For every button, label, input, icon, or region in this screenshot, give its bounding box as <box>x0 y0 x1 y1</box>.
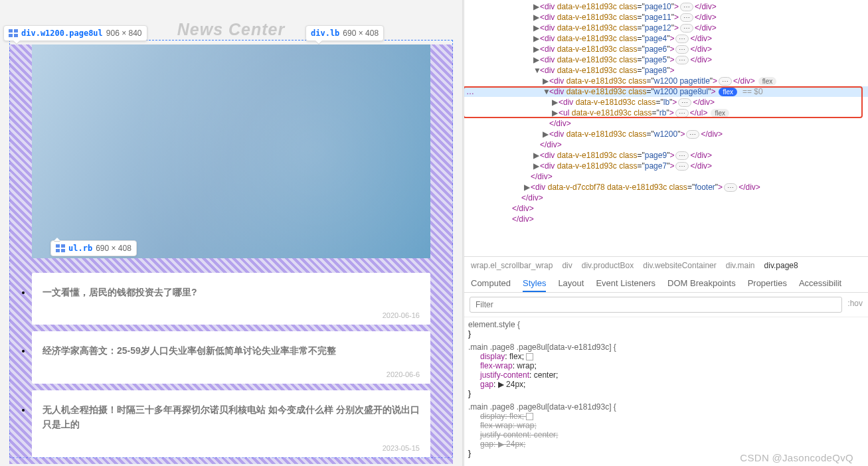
tab-dom-breakpoints[interactable]: DOM Breakpoints <box>667 278 736 288</box>
svg-rect-6 <box>56 249 60 252</box>
svg-rect-4 <box>56 244 60 248</box>
svg-rect-7 <box>61 249 65 252</box>
flex-icon <box>56 244 65 252</box>
svg-rect-1 <box>14 29 18 33</box>
tab-accessibility[interactable]: Accessibilit <box>799 278 841 288</box>
dom-row[interactable]: ▶<div data-v-e181d93c class="page6">⋯</d… <box>464 44 868 54</box>
devtools: ▶<div data-v-e181d93c class="page10">⋯</… <box>464 0 868 466</box>
rb-list: 一文看懂，居民的钱都投资去了哪里? 2020-06-16 经济学家高善文：25-… <box>32 272 430 464</box>
dom-row[interactable]: ▶<div data-v-e181d93c class="page5">⋯</d… <box>464 54 868 65</box>
tab-computed[interactable]: Computed <box>471 278 511 288</box>
elements-tree[interactable]: ▶<div data-v-e181d93c class="page10">⋯</… <box>464 0 868 256</box>
dom-row-selected[interactable]: …▼<div data-v-e181d93c class="w1200 page… <box>464 86 868 97</box>
dom-row[interactable]: </div> <box>464 171 868 182</box>
filter-input[interactable] <box>470 297 842 313</box>
styles-pane[interactable]: element.style {}.main .page8 .page8ul[da… <box>464 317 868 466</box>
flex-icon <box>9 29 18 37</box>
dom-row[interactable]: ▶<div data-v-e181d93c class="page10">⋯</… <box>464 1 868 12</box>
dom-row[interactable]: ▶<div data-v-d7ccbf78 data-v-e181d93c cl… <box>464 182 868 193</box>
dom-row[interactable]: ▶<div data-v-e181d93c class="w1200 paget… <box>464 76 868 86</box>
dom-row[interactable]: ▶<div data-v-e181d93c class="page7">⋯</d… <box>464 161 868 171</box>
list-item[interactable]: 一文看懂，居民的钱都投资去了哪里? 2020-06-16 <box>32 273 430 325</box>
styles-filter-bar: :hov <box>464 293 868 317</box>
tab-layout[interactable]: Layout <box>558 278 584 288</box>
svg-rect-5 <box>61 244 65 248</box>
dom-row[interactable]: ▶<div data-v-e181d93c class="page11">⋯</… <box>464 12 868 23</box>
tab-event-listeners[interactable]: Event Listeners <box>596 278 655 288</box>
dom-row[interactable]: ▶<div data-v-e181d93c class="page4">⋯</d… <box>464 33 868 44</box>
dom-row[interactable]: </div> <box>464 203 868 214</box>
dom-row[interactable]: ▶<div data-v-e181d93c class="w1200">⋯</d… <box>464 129 868 139</box>
svg-rect-3 <box>14 34 18 37</box>
styles-tabs[interactable]: Computed Styles Layout Event Listeners D… <box>464 274 868 293</box>
tab-styles[interactable]: Styles <box>523 278 546 292</box>
dom-row[interactable]: </div> <box>464 139 868 150</box>
list-item[interactable]: 经济学家高善文：25-59岁人口失业率创新低简单讨论失业率非常不完整 2020-… <box>32 331 430 383</box>
dom-row[interactable]: ▶<div data-v-e181d93c class="lb">⋯</div> <box>464 97 868 108</box>
svg-rect-2 <box>9 34 13 37</box>
inspect-tooltip-container: div.w1200.page8ul 906 × 840 <box>3 25 147 41</box>
dom-row[interactable]: ▶<div data-v-e181d93c class="page12">⋯</… <box>464 23 868 33</box>
dom-row[interactable]: ▼<div data-v-e181d93c class="page8"> <box>464 65 868 76</box>
dom-row[interactable]: ▶<div data-v-e181d93c class="page9">⋯</d… <box>464 150 868 161</box>
breadcrumb[interactable]: wrap.el_scrollbar_wrap div div.productBo… <box>464 256 868 274</box>
hov-toggle[interactable]: :hov <box>847 297 863 313</box>
list-item[interactable]: 无人机全程拍摄！时隔三十多年再探切尔诺贝利核电站 如今变成什么样 分别次盛开的说… <box>32 390 430 457</box>
page-preview[interactable]: News Center div.w1200.page8ul 906 × 840 … <box>0 0 462 466</box>
dom-row[interactable]: ▶<ul data-v-e181d93c class="rb">⋯</ul>fl… <box>464 108 868 118</box>
dom-row[interactable]: </div> <box>464 214 868 224</box>
inspect-tooltip-lb: div.lb 690 × 408 <box>305 25 384 41</box>
dom-row[interactable]: </div> <box>464 118 868 129</box>
lb-image[interactable] <box>32 44 430 258</box>
inspect-tooltip-rb: ul.rb 690 × 408 <box>50 240 137 256</box>
dom-row[interactable]: </div> <box>464 193 868 203</box>
svg-rect-0 <box>9 29 13 33</box>
tab-properties[interactable]: Properties <box>748 278 787 288</box>
